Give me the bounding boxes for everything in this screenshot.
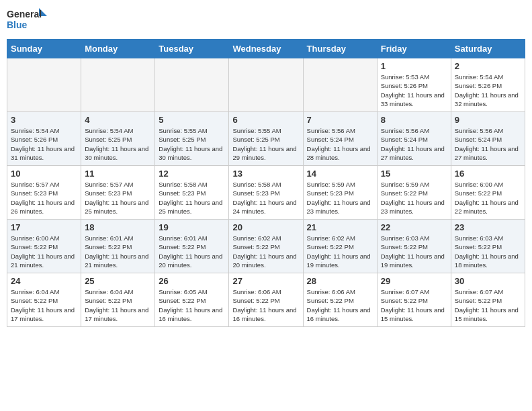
day-number: 28 [307,276,373,286]
day-number: 10 [11,169,77,179]
calendar-week-row: 1Sunrise: 5:53 AM Sunset: 5:26 PM Daylig… [7,58,525,112]
calendar-cell: 19Sunrise: 6:01 AM Sunset: 5:22 PM Dayli… [155,220,229,273]
calendar-cell: 22Sunrise: 6:03 AM Sunset: 5:22 PM Dayli… [377,220,451,273]
weekday-header-monday: Monday [81,40,155,58]
page-header: GeneralBlue [7,7,525,34]
day-number: 8 [381,115,447,125]
day-info: Sunrise: 5:56 AM Sunset: 5:24 PM Dayligh… [307,126,373,162]
day-number: 11 [85,169,151,179]
day-info: Sunrise: 6:03 AM Sunset: 5:22 PM Dayligh… [455,234,521,269]
day-number: 20 [232,222,299,232]
calendar-cell [81,58,155,112]
weekday-header-thursday: Thursday [303,40,377,58]
calendar-cell: 28Sunrise: 6:06 AM Sunset: 5:22 PM Dayli… [303,273,377,327]
weekday-header-saturday: Saturday [451,40,525,58]
day-info: Sunrise: 6:01 AM Sunset: 5:22 PM Dayligh… [159,234,225,269]
calendar-table: SundayMondayTuesdayWednesdayThursdayFrid… [7,39,525,327]
calendar-cell: 17Sunrise: 6:00 AM Sunset: 5:22 PM Dayli… [7,220,81,273]
calendar-cell: 9Sunrise: 5:56 AM Sunset: 5:24 PM Daylig… [451,112,525,166]
calendar-cell: 10Sunrise: 5:57 AM Sunset: 5:23 PM Dayli… [7,166,81,220]
day-number: 30 [455,276,521,286]
day-info: Sunrise: 6:00 AM Sunset: 5:22 PM Dayligh… [11,234,77,269]
weekday-header-friday: Friday [377,40,451,58]
day-number: 21 [307,222,373,232]
day-info: Sunrise: 6:04 AM Sunset: 5:22 PM Dayligh… [11,287,77,323]
day-info: Sunrise: 6:07 AM Sunset: 5:22 PM Dayligh… [381,287,447,323]
calendar-cell: 18Sunrise: 6:01 AM Sunset: 5:22 PM Dayli… [81,220,155,273]
svg-text:Blue: Blue [7,19,28,30]
calendar-cell: 25Sunrise: 6:04 AM Sunset: 5:22 PM Dayli… [81,273,155,327]
calendar-cell: 6Sunrise: 5:55 AM Sunset: 5:25 PM Daylig… [229,112,303,166]
day-info: Sunrise: 5:55 AM Sunset: 5:25 PM Dayligh… [232,126,299,162]
day-number: 1 [381,61,447,71]
weekday-header-sunday: Sunday [7,40,81,58]
day-number: 29 [381,276,447,286]
weekday-header-tuesday: Tuesday [155,40,229,58]
day-number: 16 [455,169,521,179]
day-info: Sunrise: 6:03 AM Sunset: 5:22 PM Dayligh… [381,234,447,269]
calendar-cell [155,58,229,112]
calendar-cell [303,58,377,112]
svg-text:General: General [7,9,42,19]
calendar-cell [7,58,81,112]
day-number: 17 [11,222,77,232]
day-info: Sunrise: 5:56 AM Sunset: 5:24 PM Dayligh… [381,126,447,162]
calendar-cell: 21Sunrise: 6:02 AM Sunset: 5:22 PM Dayli… [303,220,377,273]
day-number: 18 [85,222,151,232]
day-info: Sunrise: 6:04 AM Sunset: 5:22 PM Dayligh… [85,287,151,323]
day-info: Sunrise: 5:57 AM Sunset: 5:23 PM Dayligh… [11,180,77,216]
calendar-cell: 26Sunrise: 6:05 AM Sunset: 5:22 PM Dayli… [155,273,229,327]
calendar-cell: 20Sunrise: 6:02 AM Sunset: 5:22 PM Dayli… [229,220,303,273]
day-info: Sunrise: 5:54 AM Sunset: 5:25 PM Dayligh… [85,126,151,162]
calendar-week-row: 17Sunrise: 6:00 AM Sunset: 5:22 PM Dayli… [7,220,525,273]
day-number: 13 [232,169,299,179]
day-info: Sunrise: 6:07 AM Sunset: 5:22 PM Dayligh… [455,287,521,323]
calendar-cell: 14Sunrise: 5:59 AM Sunset: 5:23 PM Dayli… [303,166,377,220]
calendar-cell: 24Sunrise: 6:04 AM Sunset: 5:22 PM Dayli… [7,273,81,327]
calendar-cell: 13Sunrise: 5:58 AM Sunset: 5:23 PM Dayli… [229,166,303,220]
day-number: 23 [455,222,521,232]
day-number: 19 [159,222,225,232]
day-info: Sunrise: 6:01 AM Sunset: 5:22 PM Dayligh… [85,234,151,269]
day-info: Sunrise: 5:56 AM Sunset: 5:24 PM Dayligh… [455,126,521,162]
day-number: 24 [11,276,77,286]
day-info: Sunrise: 6:05 AM Sunset: 5:22 PM Dayligh… [159,287,225,323]
day-number: 14 [307,169,373,179]
day-number: 5 [159,115,225,125]
day-info: Sunrise: 5:55 AM Sunset: 5:25 PM Dayligh… [159,126,225,162]
day-number: 9 [455,115,521,125]
day-info: Sunrise: 6:06 AM Sunset: 5:22 PM Dayligh… [232,287,299,323]
day-info: Sunrise: 6:02 AM Sunset: 5:22 PM Dayligh… [307,234,373,269]
day-info: Sunrise: 5:54 AM Sunset: 5:26 PM Dayligh… [455,73,521,108]
day-info: Sunrise: 5:59 AM Sunset: 5:23 PM Dayligh… [307,180,373,216]
calendar-cell: 1Sunrise: 5:53 AM Sunset: 5:26 PM Daylig… [377,58,451,112]
calendar-cell: 27Sunrise: 6:06 AM Sunset: 5:22 PM Dayli… [229,273,303,327]
day-number: 15 [381,169,447,179]
calendar-week-row: 3Sunrise: 5:54 AM Sunset: 5:26 PM Daylig… [7,112,525,166]
day-info: Sunrise: 5:58 AM Sunset: 5:23 PM Dayligh… [159,180,225,216]
weekday-header-row: SundayMondayTuesdayWednesdayThursdayFrid… [7,40,525,58]
day-number: 7 [307,115,373,125]
day-number: 6 [232,115,299,125]
calendar-cell: 7Sunrise: 5:56 AM Sunset: 5:24 PM Daylig… [303,112,377,166]
calendar-week-row: 24Sunrise: 6:04 AM Sunset: 5:22 PM Dayli… [7,273,525,327]
day-number: 25 [85,276,151,286]
calendar-cell: 3Sunrise: 5:54 AM Sunset: 5:26 PM Daylig… [7,112,81,166]
day-info: Sunrise: 5:58 AM Sunset: 5:23 PM Dayligh… [232,180,299,216]
calendar-cell: 5Sunrise: 5:55 AM Sunset: 5:25 PM Daylig… [155,112,229,166]
calendar-cell: 12Sunrise: 5:58 AM Sunset: 5:23 PM Dayli… [155,166,229,220]
day-number: 3 [11,115,77,125]
day-info: Sunrise: 5:57 AM Sunset: 5:23 PM Dayligh… [85,180,151,216]
day-number: 22 [381,222,447,232]
day-info: Sunrise: 6:02 AM Sunset: 5:22 PM Dayligh… [232,234,299,269]
calendar-cell: 11Sunrise: 5:57 AM Sunset: 5:23 PM Dayli… [81,166,155,220]
day-info: Sunrise: 5:54 AM Sunset: 5:26 PM Dayligh… [11,126,77,162]
calendar-week-row: 10Sunrise: 5:57 AM Sunset: 5:23 PM Dayli… [7,166,525,220]
day-number: 2 [455,61,521,71]
day-number: 26 [159,276,225,286]
calendar-cell: 2Sunrise: 5:54 AM Sunset: 5:26 PM Daylig… [451,58,525,112]
day-info: Sunrise: 6:00 AM Sunset: 5:22 PM Dayligh… [455,180,521,216]
calendar-cell: 4Sunrise: 5:54 AM Sunset: 5:25 PM Daylig… [81,112,155,166]
calendar-cell [229,58,303,112]
day-number: 27 [232,276,299,286]
